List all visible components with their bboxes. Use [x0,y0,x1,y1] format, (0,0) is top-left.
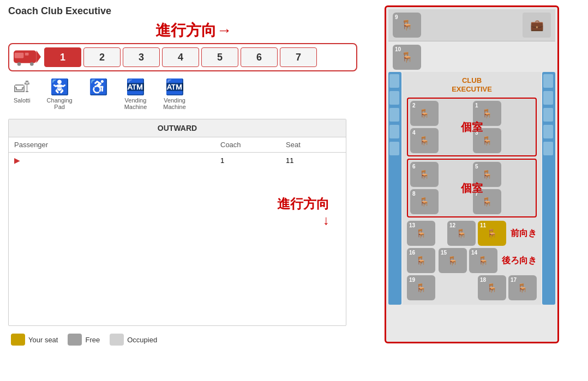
map-seat-4[interactable]: 4 🪑 [410,128,439,153]
seat-13-icon: 🪑 [416,228,427,239]
map-seat-8[interactable]: 8 🪑 [410,189,439,214]
train-selector: 1 2 3 4 5 6 7 [8,43,357,71]
car-btn-5[interactable]: 5 [201,47,238,67]
seat-15-num: 15 [441,250,447,256]
seat-10-num: 10 [395,46,401,52]
vending2-label: VendingMachine [163,97,186,110]
window-2 [389,91,399,105]
passenger-arrow-icon: ▶ [14,156,220,165]
wheelchair-icon: ♿ [89,78,108,96]
map-seat-16[interactable]: 16 🪑 [407,248,435,273]
amenity-vending2: 🏧 VendingMachine [163,78,186,110]
car-btn-6[interactable]: 6 [241,47,278,67]
seat-15-icon: 🪑 [447,256,458,266]
vending1-icon: 🏧 [126,78,145,96]
seat-14-icon: 🪑 [478,256,489,266]
your-seat-swatch [11,334,25,346]
map-seat-15[interactable]: 15 🪑 [439,248,467,273]
map-seat-2[interactable]: 2 🪑 [410,101,439,126]
col-seat: Seat [286,141,340,149]
window-1 [389,74,399,88]
map-seat-11[interactable]: 11 🪑 [478,221,506,246]
occupied-swatch [110,334,124,346]
seat-19-num: 19 [409,277,415,283]
right-window-5 [543,142,553,155]
map-seat-12[interactable]: 12 🪑 [447,221,476,246]
car-btn-2[interactable]: 2 [83,47,121,67]
right-side-panel [542,72,555,305]
open-row-2: 16 🪑 15 🪑 14 🪑 [407,248,537,273]
changing-pad-label: ChangingPad [47,97,73,110]
train-map: 9 🪑 💼 10 🪑 [385,5,559,343]
open-row-1: 13 🪑 12 🪑 11 🪑 [407,221,537,246]
seat-6-icon: 🪑 [419,170,430,180]
amenity-salotti: 🛋 Salotti [14,78,31,110]
map-seat-13[interactable]: 13 🪑 [407,221,435,246]
seat-1-num: 1 [475,102,478,108]
seat-14-num: 14 [471,250,477,256]
seat-9-icon: 🪑 [401,19,413,31]
map-seat-17[interactable]: 17 🪑 [508,275,537,300]
car-btn-7[interactable]: 7 [280,47,317,67]
window-3 [389,108,399,122]
seat-7-icon: 🪑 [482,197,493,207]
legend-free: Free [68,334,100,346]
seat-9-num: 9 [395,14,398,20]
legend-occupied: Occupied [110,334,157,346]
map-top-row: 9 🪑 💼 [388,9,555,41]
car-btn-1[interactable]: 1 [44,47,81,67]
legend-your-seat: Your seat [11,334,58,346]
map-seat-18[interactable]: 18 🪑 [478,275,506,300]
seat-11-icon: 🪑 [487,228,497,239]
svg-point-2 [17,62,21,66]
map-seat-14[interactable]: 14 🪑 [469,248,497,273]
right-window-2 [543,91,553,105]
booking-table: OUTWARD Passenger Coach Seat ▶ 1 11 進行方向… [8,119,346,326]
col-coach: Coach [220,141,286,149]
salotti-label: Salotti [14,97,31,104]
map-seat-19[interactable]: 19 🪑 [407,275,435,300]
seat-5-num: 5 [475,164,478,170]
seat-4-icon: 🪑 [419,136,430,146]
row-seat: 11 [286,156,340,165]
comp1-label: 個室 [461,120,483,135]
free-label: Free [85,336,100,344]
amenity-wheelchair: ♿ [89,78,108,110]
occupied-label: Occupied [127,336,157,344]
seat-18-num: 18 [480,277,486,283]
car-buttons: 1 2 3 4 5 6 7 [44,47,317,67]
vending2-icon: 🏧 [165,78,184,96]
right-open-seats-2: 15 🪑 14 🪑 [437,248,497,273]
right-open-seats-3: 18 🪑 17 🪑 [437,275,537,300]
seat-17-icon: 🪑 [517,283,528,293]
window-5 [389,142,399,155]
your-seat-label: Your seat [28,336,58,344]
seat-16-icon: 🪑 [416,256,427,266]
seat-5-icon: 🪑 [482,170,493,180]
row-coach: 1 [220,156,286,165]
map-center: CLUB EXECUTIVE 2 🪑 1 🪑 [403,72,541,305]
car-btn-3[interactable]: 3 [123,47,160,67]
seat-13-num: 13 [409,222,415,228]
page-title: Coach Club Executive [8,5,379,17]
map-seat-10[interactable]: 10 🪑 [393,45,421,70]
map-seat-6[interactable]: 6 🪑 [410,162,439,187]
seat-18-icon: 🪑 [487,283,497,293]
changing-pad-icon: 🚼 [50,78,69,96]
left-side-panel [388,72,401,305]
svg-rect-5 [25,53,29,56]
seat-1-icon: 🪑 [482,108,493,119]
table-columns: Passenger Coach Seat [9,137,346,153]
seat-8-icon: 🪑 [419,197,430,207]
col-passenger: Passenger [14,141,220,149]
map-seat-9[interactable]: 9 🪑 [393,13,421,38]
club-line2: EXECUTIVE [452,85,492,93]
forward-label: 前向き [511,228,537,239]
direction-top-label: 進行方向→ [8,20,379,41]
table-section-label: OUTWARD [9,119,346,137]
seat-17-num: 17 [511,277,517,283]
car-btn-4[interactable]: 4 [162,47,199,67]
seat-8-num: 8 [412,191,416,197]
right-window-3 [543,108,553,122]
seat-10-icon: 🪑 [401,51,413,63]
